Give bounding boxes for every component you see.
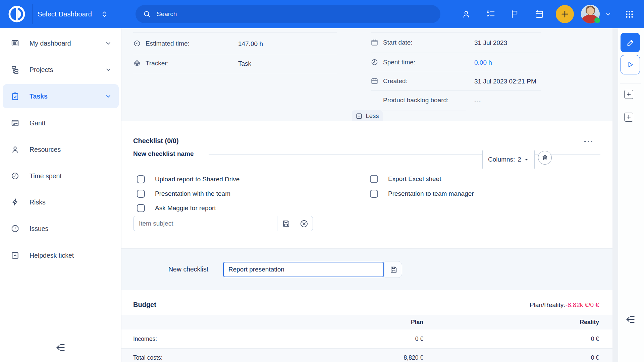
item-subject-input[interactable] xyxy=(133,216,277,231)
sidebar-item-my-dashboard[interactable]: My dashboard xyxy=(3,31,119,55)
new-checklist-name-input[interactable] xyxy=(223,262,384,277)
sidebar-item-tasks[interactable]: Tasks xyxy=(3,84,119,108)
checkbox[interactable] xyxy=(137,190,145,198)
sidebar-item-label: Projects xyxy=(30,66,105,74)
minus-square-icon xyxy=(356,113,363,120)
sidebar-collapse-icon[interactable] xyxy=(53,342,68,354)
new-checklist-label: New checklist xyxy=(168,265,208,273)
sidebar-item-time-spent[interactable]: Time spent xyxy=(3,164,119,188)
budget-row-reality-value: 0 € xyxy=(503,336,599,343)
left-sidebar: My dashboard Projects Tasks xyxy=(0,28,121,362)
start-timer-button[interactable] xyxy=(621,55,640,74)
columns-dropdown[interactable]: Columns: 2 xyxy=(482,150,535,169)
projects-tree-icon xyxy=(11,65,19,74)
checklist-item: Export Excel sheet xyxy=(370,175,441,183)
calendar-icon xyxy=(371,77,378,85)
target-icon xyxy=(133,59,141,67)
chevron-down-icon[interactable] xyxy=(105,66,112,73)
divider xyxy=(371,53,541,53)
search-bar[interactable] xyxy=(136,5,440,23)
new-item-input-group xyxy=(133,216,313,231)
budget-title: Budget xyxy=(133,301,156,309)
detail-label: Tracker: xyxy=(146,60,169,67)
avatar-chevron-down-icon[interactable] xyxy=(602,0,614,28)
chevron-up-down-icon xyxy=(101,10,108,18)
add-panel-button[interactable] xyxy=(624,90,633,99)
save-icon xyxy=(389,265,398,274)
save-item-button[interactable] xyxy=(277,216,295,231)
checklist-more-menu-icon[interactable] xyxy=(584,138,594,145)
divider xyxy=(371,111,466,111)
search-icon xyxy=(143,10,151,18)
plan-total-value: -8.82k € xyxy=(566,301,589,309)
sidebar-item-helpdesk-ticket[interactable]: Helpdesk ticket xyxy=(3,243,119,267)
checklist-item-label: Presentation to team manager xyxy=(388,190,474,197)
sidebar-item-label: Helpdesk ticket xyxy=(30,252,119,259)
search-input[interactable] xyxy=(157,10,436,18)
detail-row-start-date: Start date: xyxy=(371,39,413,46)
product-backlog-board-value: --- xyxy=(474,97,481,105)
checkbox[interactable] xyxy=(370,175,378,183)
checkbox[interactable] xyxy=(137,204,145,212)
plus-icon xyxy=(626,114,632,120)
delete-checklist-button[interactable] xyxy=(538,151,552,165)
sidebar-item-label: Time spent xyxy=(30,172,119,180)
sidebar-item-label: Resources xyxy=(30,146,119,154)
reality-total-value: 0 € xyxy=(590,301,599,309)
rail-collapse-icon[interactable] xyxy=(623,313,638,325)
checklist-icon[interactable] xyxy=(484,0,497,28)
flag-icon[interactable] xyxy=(508,0,522,28)
play-icon xyxy=(626,60,635,69)
tracker-value: Task xyxy=(238,60,251,67)
pencil-icon xyxy=(626,38,635,47)
spent-time-link[interactable]: 0.00 h xyxy=(474,59,492,66)
box-arrow-up-icon xyxy=(11,251,19,260)
sidebar-item-issues[interactable]: Issues xyxy=(3,217,119,241)
sidebar-item-label: My dashboard xyxy=(30,40,105,47)
dashboard-selector[interactable]: Select Dashboard xyxy=(38,0,108,28)
chevron-down-icon[interactable] xyxy=(105,93,112,100)
divider xyxy=(133,33,337,33)
save-icon xyxy=(282,219,290,228)
plan-reality-summary: Plan/Reality: -8.82k € / 0 € xyxy=(530,301,599,309)
sidebar-item-gantt[interactable]: Gantt xyxy=(3,111,119,135)
divider xyxy=(133,54,337,54)
budget-row-label: Incomes: xyxy=(133,336,157,343)
detail-row-product-backlog-board: Product backlog board: xyxy=(383,97,448,104)
less-button[interactable]: Less xyxy=(352,110,383,122)
checklist-item-label: Export Excel sheet xyxy=(388,175,441,183)
cancel-item-button[interactable] xyxy=(295,216,313,231)
apps-grid-icon[interactable] xyxy=(623,0,636,28)
dashboard-icon xyxy=(11,39,19,48)
checkbox[interactable] xyxy=(370,190,378,198)
add-panel-button-2[interactable] xyxy=(624,113,633,122)
sidebar-item-resources[interactable]: Resources xyxy=(3,137,119,162)
topbar: Select Dashboard xyxy=(0,0,644,28)
user-icon[interactable] xyxy=(460,0,473,28)
add-new-button[interactable] xyxy=(556,5,574,23)
clipboard-check-icon xyxy=(11,92,19,101)
app-window: Select Dashboard xyxy=(0,0,644,362)
right-toolbar xyxy=(618,28,644,362)
calendar-icon[interactable] xyxy=(533,0,546,28)
detail-row-created: Created: xyxy=(371,77,408,85)
sidebar-item-label: Risks xyxy=(30,198,119,206)
online-status-dot xyxy=(594,17,600,23)
chevron-down-icon[interactable] xyxy=(105,40,112,47)
save-checklist-button[interactable] xyxy=(385,261,402,278)
gantt-icon xyxy=(11,119,19,127)
detail-label: Product backlog board: xyxy=(383,97,448,104)
detail-row-tracker: Tracker: xyxy=(133,59,169,67)
detail-label: Start date: xyxy=(383,39,413,46)
sidebar-item-risks[interactable]: Risks xyxy=(3,190,119,214)
checkbox[interactable] xyxy=(137,175,145,183)
divider xyxy=(133,74,337,74)
divider xyxy=(371,33,541,33)
lightning-icon xyxy=(11,198,19,206)
sidebar-item-projects[interactable]: Projects xyxy=(3,58,119,82)
app-logo-icon[interactable] xyxy=(7,5,26,23)
divider xyxy=(371,90,541,91)
detail-label: Spent time: xyxy=(383,59,415,66)
checklist-item-label: Ask Maggie for report xyxy=(155,204,216,212)
edit-task-button[interactable] xyxy=(621,33,640,52)
